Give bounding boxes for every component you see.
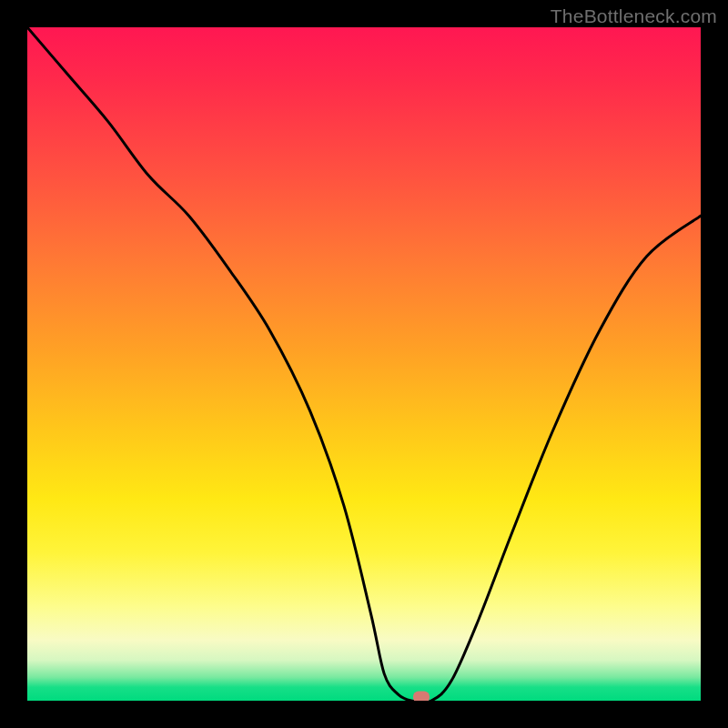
plot-area — [27, 27, 701, 701]
watermark-text: TheBottleneck.com — [551, 5, 717, 27]
chart-frame: TheBottleneck.com — [0, 0, 728, 728]
optimal-point-marker — [413, 691, 430, 701]
bottleneck-curve — [27, 27, 701, 701]
